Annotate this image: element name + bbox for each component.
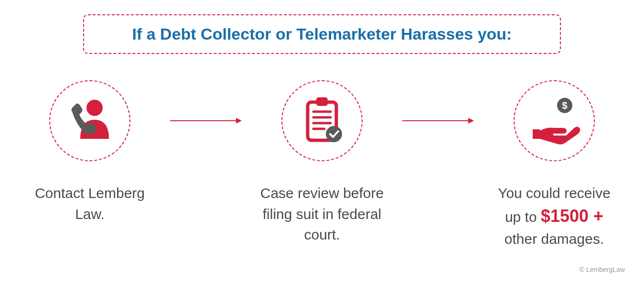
step-receive: $ You could receive up to $1500 + other … [488, 80, 620, 249]
step3-post: other damages. [504, 231, 604, 247]
step-review: Case review before filing suit in federa… [256, 80, 388, 245]
step3-highlight: $1500 + [541, 206, 603, 226]
step-text: You could receive up to $1500 + other da… [488, 183, 620, 249]
svg-rect-4 [316, 97, 328, 106]
arrow-icon [170, 116, 242, 127]
step-contact: Contact Lemberg Law. [24, 80, 156, 224]
svg-marker-2 [236, 118, 242, 124]
copyright: © LembergLaw [580, 266, 625, 273]
steps-row: Contact Lemberg Law. Case re [24, 80, 620, 249]
step-icon-circle: $ [514, 80, 595, 161]
step-icon-circle [281, 80, 363, 161]
arrow-icon [402, 116, 474, 127]
title-box: If a Debt Collector or Telemarketer Hara… [83, 14, 561, 54]
clipboard-check-icon [296, 94, 348, 148]
step-text: Case review before filing suit in federa… [256, 183, 388, 245]
person-phone-icon [64, 94, 116, 148]
step-text: Contact Lemberg Law. [24, 183, 156, 224]
svg-text:$: $ [562, 100, 567, 111]
page-title: If a Debt Collector or Telemarketer Hara… [103, 25, 541, 43]
step-icon-circle [49, 80, 130, 161]
hand-money-icon: $ [526, 94, 583, 148]
svg-point-0 [86, 100, 103, 116]
svg-marker-11 [468, 118, 474, 124]
svg-point-9 [326, 126, 342, 142]
